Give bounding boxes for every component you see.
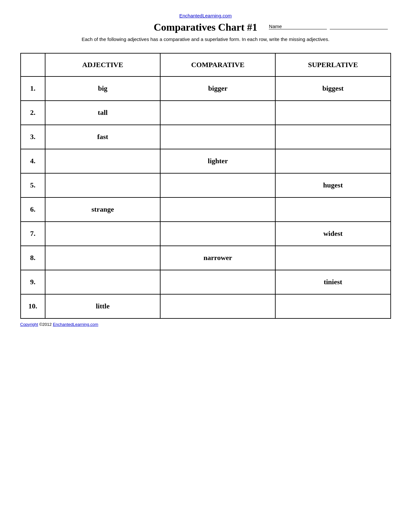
cell-superlative [275,294,390,318]
table-row: 6.strange [21,197,391,222]
cell-adjective [45,173,160,197]
cell-adjective [45,270,160,294]
table-header-row: ADJECTIVE COMPARATIVE SUPERLATIVE [21,53,391,76]
header-adjective: ADJECTIVE [45,53,160,76]
comparatives-table: ADJECTIVE COMPARATIVE SUPERLATIVE 1.bigb… [20,53,391,319]
name-line: Name [268,24,387,29]
header-num [21,53,45,76]
cell-comparative [160,222,275,246]
cell-comparative: narrower [160,246,275,270]
cell-adjective [45,149,160,173]
table-row: 4.lighter [21,149,391,173]
cell-adjective: little [45,294,160,318]
cell-superlative: hugest [275,173,390,197]
cell-adjective: fast [45,125,160,149]
header-comparative: COMPARATIVE [160,53,275,76]
row-number: 6. [21,197,45,222]
cell-comparative: lighter [160,149,275,173]
cell-comparative [160,125,275,149]
cell-comparative [160,101,275,125]
cell-superlative: biggest [275,76,390,101]
table-row: 9.tiniest [21,270,391,294]
table-row: 5.hugest [21,173,391,197]
cell-comparative [160,294,275,318]
cell-superlative [275,101,390,125]
table-row: 2.tall [21,101,391,125]
row-number: 2. [21,101,45,125]
row-number: 8. [21,246,45,270]
row-number: 9. [21,270,45,294]
cell-adjective: strange [45,197,160,222]
row-number: 7. [21,222,45,246]
cell-adjective: big [45,76,160,101]
subtitle: Each of the following adjectives has a c… [20,36,391,43]
footer: Copyright ©2012 EnchantedLearning.com [20,322,391,327]
cell-superlative [275,125,390,149]
row-number: 4. [21,149,45,173]
table-row: 3.fast [21,125,391,149]
cell-adjective: tall [45,101,160,125]
table-row: 10.little [21,294,391,318]
row-number: 3. [21,125,45,149]
page-container: EnchantedLearning.com Comparatives Chart… [20,13,391,327]
name-label: Name [269,24,327,29]
cell-comparative [160,270,275,294]
cell-superlative [275,246,390,270]
table-row: 8.narrower [21,246,391,270]
cell-superlative [275,197,390,222]
name-underline [330,24,388,29]
table-row: 7.widest [21,222,391,246]
table-row: 1.bigbiggerbiggest [21,76,391,101]
cell-comparative: bigger [160,76,275,101]
site-link[interactable]: EnchantedLearning.com [20,13,391,19]
cell-comparative [160,197,275,222]
site-url[interactable]: EnchantedLearning.com [179,13,232,18]
cell-superlative: tiniest [275,270,390,294]
cell-adjective [45,246,160,270]
cell-superlative: widest [275,222,390,246]
copyright-link[interactable]: Copyright [20,322,38,327]
cell-adjective [45,222,160,246]
footer-site-link[interactable]: EnchantedLearning.com [53,322,98,327]
header-superlative: SUPERLATIVE [275,53,390,76]
row-number: 5. [21,173,45,197]
copyright-year: ©2012 [39,322,53,327]
row-number: 1. [21,76,45,101]
cell-comparative [160,173,275,197]
row-number: 10. [21,294,45,318]
cell-superlative [275,149,390,173]
